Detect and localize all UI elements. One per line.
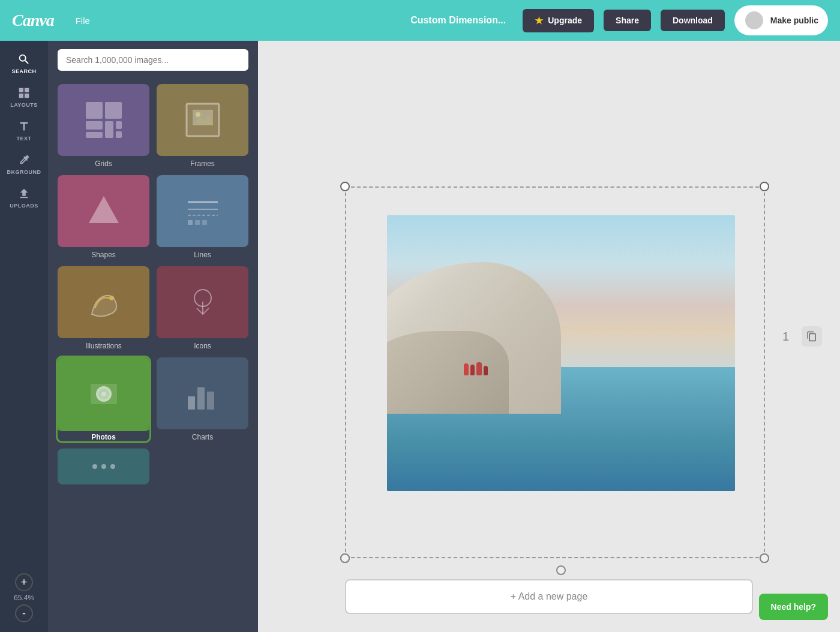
frames-icon: [182, 99, 224, 141]
svg-point-27: [92, 464, 97, 469]
svg-rect-17: [202, 220, 207, 225]
lines-label: Lines: [194, 251, 211, 259]
doc-title: Custom Dimension...: [410, 15, 506, 26]
svg-point-29: [110, 464, 115, 469]
search-input[interactable]: [58, 49, 248, 71]
download-button[interactable]: Download: [661, 10, 725, 31]
people: [464, 362, 488, 375]
canvas-area[interactable]: 1 + Add a new page: [258, 41, 840, 632]
illustrations-label: Illustrations: [85, 342, 122, 350]
icon-toolbar: SEARCH LAYOUTS TEXT BKGROUND UPLOADS: [0, 41, 48, 632]
tile-photos[interactable]: Photos: [58, 357, 149, 441]
share-button[interactable]: Share: [604, 10, 651, 31]
text-tool[interactable]: TEXT: [3, 114, 45, 145]
charts-thumbnail: [157, 357, 248, 429]
add-page-button[interactable]: + Add a new page: [345, 579, 753, 614]
svg-point-23: [101, 392, 106, 396]
svg-rect-5: [86, 132, 103, 138]
background-icon: [17, 154, 31, 167]
rotate-handle-bottom-right[interactable]: [760, 553, 769, 563]
text-icon: [17, 120, 31, 133]
person-2: [470, 365, 475, 375]
svg-rect-1: [105, 102, 122, 119]
svg-rect-3: [105, 121, 113, 138]
illustrations-icon: [83, 281, 125, 323]
shapes-thumbnail: [58, 175, 149, 247]
copy-button[interactable]: [802, 326, 822, 347]
uploads-icon: [17, 187, 31, 200]
tile-shapes[interactable]: Shapes: [58, 175, 149, 259]
photos-icon: [86, 375, 122, 411]
more-thumbnail: [58, 449, 149, 484]
tile-icons[interactable]: Icons: [157, 266, 248, 350]
background-tool[interactable]: BKGROUND: [3, 148, 45, 179]
svg-rect-26: [207, 392, 214, 410]
shapes-icon: [86, 193, 122, 229]
grids-label: Grids: [95, 159, 112, 168]
canva-logo: Canva: [12, 11, 54, 30]
frames-thumbnail: [157, 84, 248, 156]
tile-illustrations[interactable]: Illustrations: [58, 266, 149, 350]
tile-more[interactable]: [58, 449, 149, 484]
person-1: [464, 363, 469, 375]
photo-frame[interactable]: [387, 215, 735, 491]
illustrations-thumbnail: [58, 266, 149, 338]
upgrade-button[interactable]: ★ Upgrade: [523, 9, 594, 32]
shapes-label: Shapes: [91, 251, 116, 259]
uploads-tool[interactable]: UPLOADS: [3, 181, 45, 212]
handle-top-left[interactable]: [340, 182, 350, 191]
star-icon: ★: [535, 15, 543, 26]
zoom-out-button[interactable]: -: [15, 604, 33, 622]
svg-rect-6: [116, 131, 122, 138]
svg-rect-25: [197, 387, 205, 410]
make-public-button[interactable]: Make public: [734, 5, 828, 35]
photos-label: Photos: [91, 433, 116, 441]
frames-label: Frames: [190, 159, 215, 168]
charts-label: Charts: [192, 433, 213, 441]
svg-rect-4: [116, 121, 122, 129]
zoom-in-button[interactable]: +: [15, 573, 33, 591]
person-3: [476, 362, 482, 375]
copy-icon: [806, 331, 817, 342]
svg-rect-15: [188, 220, 193, 225]
tile-frames[interactable]: Frames: [157, 84, 248, 168]
svg-rect-2: [86, 121, 103, 130]
layouts-tool[interactable]: LAYOUTS: [3, 80, 45, 112]
svg-point-28: [101, 464, 106, 469]
svg-rect-0: [86, 102, 103, 119]
icons-label: Icons: [194, 342, 211, 350]
zoom-controls: + 65.4% -: [14, 573, 34, 622]
tile-grids[interactable]: Grids: [58, 84, 149, 168]
grids-thumbnail: [58, 84, 149, 156]
search-tool[interactable]: SEARCH: [3, 47, 45, 78]
need-help-button[interactable]: Need help?: [759, 594, 828, 620]
zoom-value: 65.4%: [14, 594, 34, 602]
grids-icon: [83, 99, 125, 141]
text-label: TEXT: [16, 136, 31, 142]
rock-dark: [387, 331, 509, 414]
layouts-label: LAYOUTS: [10, 102, 38, 108]
lines-thumbnail: [157, 175, 248, 247]
layouts-icon: [17, 86, 31, 100]
file-menu[interactable]: File: [71, 13, 95, 28]
charts-icon: [182, 372, 224, 414]
search-bar: [48, 41, 258, 79]
design-canvas: 1: [333, 151, 765, 522]
svg-rect-24: [188, 396, 195, 410]
uploads-label: UPLOADS: [10, 203, 38, 209]
svg-point-10: [196, 112, 200, 117]
page-number: 1: [782, 330, 789, 344]
avatar: [744, 10, 764, 31]
topbar: Canva File Custom Dimension... ★ Upgrade…: [0, 0, 840, 41]
icons-thumbnail: [157, 266, 248, 338]
background-label: BKGROUND: [7, 169, 41, 175]
tile-charts[interactable]: Charts: [157, 357, 248, 441]
rotate-handle-bottom-mid[interactable]: [556, 565, 566, 575]
tile-lines[interactable]: Lines: [157, 175, 248, 259]
rotate-handle-bottom-left[interactable]: [340, 553, 350, 563]
handle-top-right[interactable]: [760, 182, 769, 191]
tiles-grid: Grids Frames: [48, 79, 258, 492]
lines-icon: [182, 190, 224, 232]
person-4: [484, 366, 488, 375]
svg-marker-11: [89, 196, 119, 223]
